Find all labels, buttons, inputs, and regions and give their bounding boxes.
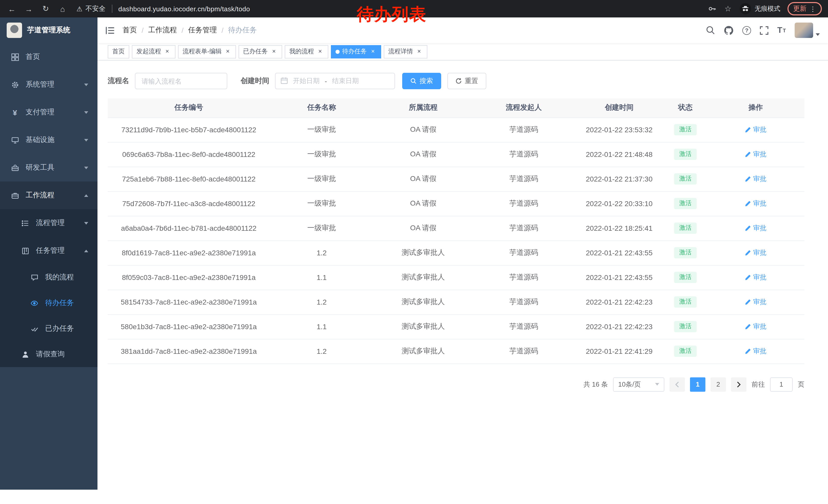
approve-link[interactable]: 审批 [745,273,767,282]
table-row: 381aa1dd-7ac8-11ec-a9e2-a2380e71991a 1.2… [108,339,804,364]
sidebar-item-process-management[interactable]: 流程管理 [0,209,97,237]
tab-close-icon[interactable]: × [369,48,377,55]
url-text[interactable]: dashboard.yudao.iocoder.cn/bpm/task/todo [118,5,250,12]
approve-link[interactable]: 审批 [745,199,767,208]
cell-task-name: 一级审批 [270,118,373,142]
status-badge: 激活 [674,149,697,160]
cell-task-id: 725a1eb6-7b88-11ec-8ef0-acde48001122 [108,167,270,191]
breadcrumb-item[interactable]: 工作流程 [148,26,177,35]
approve-label: 审批 [753,297,767,307]
tab-home[interactable]: 首页 [108,45,129,58]
github-icon[interactable] [724,26,734,35]
cell-task-id: 8f059c03-7ac8-11ec-a9e2-a2380e71991a [108,265,270,290]
browser-back-button[interactable]: ← [7,4,16,13]
logo-avatar [7,22,22,38]
tab-label: 发起流程 [136,47,161,56]
sidebar-item-payment[interactable]: ¥ 支付管理 [0,98,97,126]
logo-title: 芋道管理系统 [27,26,70,35]
tab-done-tasks[interactable]: 已办任务 × [239,45,282,58]
approve-link[interactable]: 审批 [745,224,767,233]
bookmark-star-icon[interactable]: ☆ [723,4,733,13]
edit-icon [745,250,751,256]
create-time-label: 创建时间 [241,77,269,86]
tab-close-icon[interactable]: × [224,48,232,55]
tab-form-edit[interactable]: 流程表单-编辑 × [178,45,236,58]
key-icon[interactable] [708,5,716,13]
goto-page-input[interactable] [770,377,793,392]
yen-icon: ¥ [10,108,19,117]
site-security-indicator[interactable]: ⚠ 不安全 [76,4,106,13]
sidebar-item-devtools[interactable]: 研发工具 [0,154,97,182]
divider [112,5,112,13]
tab-initiate-process[interactable]: 发起流程 × [132,45,175,58]
browser-forward-button[interactable]: → [24,4,33,13]
cell-task-id: 73211d9d-7b9b-11ec-b5b7-acde48001122 [108,118,270,142]
next-page-button[interactable] [731,377,746,392]
cell-initiator: 芋道源码 [473,290,575,314]
approve-link[interactable]: 审批 [745,297,767,307]
cell-create-time: 2022-01-22 20:33:10 [575,191,664,216]
sidebar-item-home[interactable]: 首页 [0,43,97,71]
tab-close-icon[interactable]: × [271,48,278,55]
fullscreen-icon[interactable] [760,26,769,35]
collapse-sidebar-button[interactable] [97,27,123,34]
browser-refresh-button[interactable]: ↻ [41,4,50,13]
user-menu[interactable] [795,22,820,38]
annotation-title: 待办列表 [357,3,426,26]
workflow-submenu: 流程管理 任务管理 我的流程 [0,209,97,367]
page-button-1[interactable]: 1 [690,377,705,392]
cell-task-id: 069c6a63-7b8a-11ec-8ef0-acde48001122 [108,142,270,167]
date-range-picker[interactable]: 开始日期 - 结束日期 [275,73,395,89]
approve-link[interactable]: 审批 [745,248,767,258]
cell-initiator: 芋道源码 [473,118,575,142]
page-button-2[interactable]: 2 [710,377,726,392]
help-icon[interactable]: ? [742,26,751,35]
edit-icon [745,324,751,330]
cell-process: 测试多审批人 [373,240,473,265]
top-navbar: 首页 / 工作流程 / 任务管理 / 待办任务 [97,17,828,43]
tab-todo-tasks[interactable]: 待办任务 × [331,45,381,58]
approve-link[interactable]: 审批 [745,150,767,159]
tab-process-detail[interactable]: 流程详情 × [384,45,427,58]
reset-button[interactable]: 重置 [447,73,486,89]
sidebar-item-todo-tasks[interactable]: 待办任务 [0,290,97,316]
sidebar-item-my-process[interactable]: 我的流程 [0,265,97,290]
sidebar-item-leave-query[interactable]: 请假查询 [0,341,97,367]
toolbox-icon [10,164,19,172]
cell-create-time: 2022-01-21 22:43:55 [575,265,664,290]
approve-label: 审批 [753,199,767,208]
approve-link[interactable]: 审批 [745,125,767,134]
font-size-icon[interactable]: TT [777,26,786,34]
edit-icon [745,176,751,182]
tab-close-icon[interactable]: × [317,48,324,55]
tab-my-process[interactable]: 我的流程 × [285,45,328,58]
breadcrumb-item[interactable]: 任务管理 [188,26,217,35]
cell-create-time: 2022-01-22 21:48:48 [575,142,664,167]
dashboard-icon [10,53,19,61]
filter-form: 流程名 创建时间 开始日期 - 结束日期 [108,73,804,89]
approve-link[interactable]: 审批 [745,347,767,356]
prev-page-button[interactable] [669,377,685,392]
browser-home-button[interactable]: ⌂ [58,4,67,13]
sidebar-item-workflow[interactable]: 工作流程 [0,182,97,209]
tabs-bar: 首页 发起流程 × 流程表单-编辑 × 已办任务 × 我的流程 × [97,43,828,60]
page-size-select[interactable]: 10条/页 [613,377,664,392]
search-icon[interactable] [706,26,715,35]
search-button[interactable]: 搜索 [402,73,441,89]
sidebar-item-done-tasks[interactable]: 已办任务 [0,316,97,341]
logo[interactable]: 芋道管理系统 [0,17,97,43]
approve-link[interactable]: 审批 [745,322,767,331]
cell-initiator: 芋道源码 [473,339,575,364]
tab-close-icon[interactable]: × [416,48,423,55]
process-name-input[interactable] [135,73,227,89]
page-size-value: 10条/页 [618,380,641,389]
sidebar-item-task-management[interactable]: 任务管理 [0,237,97,265]
chevron-down-icon [84,83,88,86]
sidebar-item-infrastructure[interactable]: 基础设施 [0,126,97,154]
approve-link[interactable]: 审批 [745,174,767,184]
tab-close-icon[interactable]: × [164,48,171,55]
table-row: 8f0d1619-7ac8-11ec-a9e2-a2380e71991a 1.2… [108,240,804,265]
sidebar-item-system[interactable]: 系统管理 [0,71,97,98]
update-button[interactable]: 更新 ⋮ [787,2,822,15]
breadcrumb-item[interactable]: 首页 [123,26,137,35]
